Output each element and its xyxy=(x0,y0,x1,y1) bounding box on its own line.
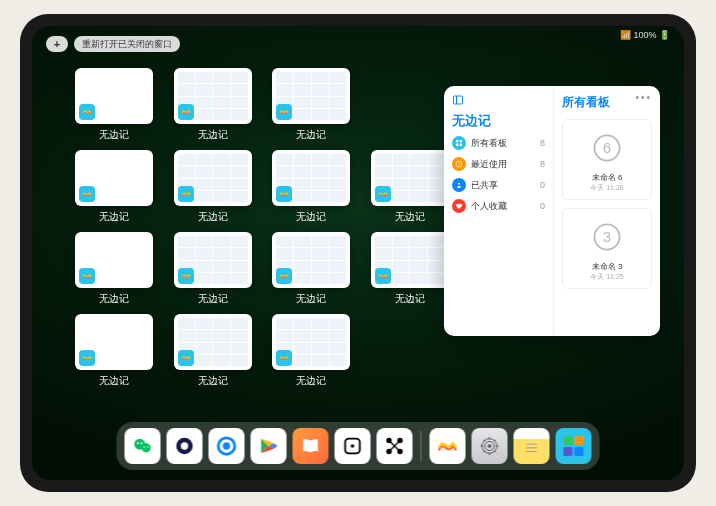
svg-point-17 xyxy=(147,446,148,447)
app-thumbnail xyxy=(174,150,252,206)
svg-text:3: 3 xyxy=(603,229,611,245)
app-switcher-grid: 无边记无边记无边记无边记无边记无边记无边记无边记无边记无边记无边记无边记无边记无… xyxy=(72,68,452,388)
app-card-label: 无边记 xyxy=(198,210,228,224)
app-thumbnail xyxy=(272,314,350,370)
sidebar-item[interactable]: 个人收藏0 xyxy=(452,199,545,213)
ipad-frame: 📶 100% 🔋 + 重新打开已关闭的窗口 无边记无边记无边记无边记无边记无边记… xyxy=(20,14,696,492)
sidebar-item-count: 0 xyxy=(540,180,545,190)
app-card[interactable]: 无边记 xyxy=(72,232,157,306)
app-thumbnail xyxy=(174,232,252,288)
dock-nodes-icon[interactable] xyxy=(377,428,413,464)
app-thumbnail xyxy=(75,314,153,370)
reopen-closed-window-button[interactable]: 重新打开已关闭的窗口 xyxy=(74,36,180,52)
app-card-label: 无边记 xyxy=(99,374,129,388)
freeform-app-icon xyxy=(178,104,194,120)
app-card[interactable]: 无边记 xyxy=(171,68,256,142)
dock-qqbrowser-icon[interactable] xyxy=(209,428,245,464)
freeform-app-icon xyxy=(178,186,194,202)
freeform-app-icon xyxy=(79,104,95,120)
app-thumbnail xyxy=(174,68,252,124)
more-options-button[interactable]: ••• xyxy=(635,92,652,103)
app-card[interactable]: 无边记 xyxy=(72,314,157,388)
sidebar-item-count: 8 xyxy=(540,159,545,169)
svg-line-36 xyxy=(494,451,496,453)
app-card-label: 无边记 xyxy=(198,374,228,388)
dock-freeform-icon[interactable] xyxy=(430,428,466,464)
app-card-label: 无边记 xyxy=(99,210,129,224)
app-thumbnail xyxy=(272,68,350,124)
dock-wechat-icon[interactable] xyxy=(125,428,161,464)
svg-rect-4 xyxy=(456,144,458,146)
new-tab-button[interactable]: + xyxy=(46,36,68,52)
app-card[interactable]: 无边记 xyxy=(368,150,453,224)
freeform-app-icon xyxy=(79,186,95,202)
panel-title: 无边记 xyxy=(452,112,545,130)
svg-line-38 xyxy=(494,440,496,442)
app-card[interactable]: 无边记 xyxy=(269,68,354,142)
sidebar-item-count: 8 xyxy=(540,138,545,148)
svg-line-35 xyxy=(483,440,485,442)
svg-point-14 xyxy=(137,442,139,444)
board-preview: 3 xyxy=(569,215,645,259)
sidebar-item[interactable]: 所有看板8 xyxy=(452,136,545,150)
app-card[interactable]: 无边记 xyxy=(269,150,354,224)
board-preview: 6 xyxy=(569,126,645,170)
dock-settings-icon[interactable] xyxy=(472,428,508,464)
sidebar-item-label: 最近使用 xyxy=(471,158,535,171)
svg-rect-43 xyxy=(574,436,583,445)
dock-quark-icon[interactable] xyxy=(167,428,203,464)
freeform-app-icon xyxy=(79,268,95,284)
app-card-label: 无边记 xyxy=(198,292,228,306)
panel-nav-list: 所有看板8最近使用8已共享0个人收藏0 xyxy=(452,136,545,213)
board-item[interactable]: 3未命名 3今天 11:25 xyxy=(562,208,652,289)
panel-sidebar: 无边记 所有看板8最近使用8已共享0个人收藏0 xyxy=(444,86,554,336)
app-card[interactable]: 无边记 xyxy=(368,232,453,306)
sidebar-toggle-icon[interactable] xyxy=(452,94,464,106)
svg-rect-0 xyxy=(454,96,463,104)
svg-point-23 xyxy=(351,444,355,448)
board-item[interactable]: 6未命名 6今天 11:26 xyxy=(562,119,652,200)
app-card-label: 无边记 xyxy=(296,292,326,306)
app-card-label: 无边记 xyxy=(296,374,326,388)
app-card-label: 无边记 xyxy=(395,210,425,224)
svg-rect-5 xyxy=(460,144,462,146)
app-card-label: 无边记 xyxy=(395,292,425,306)
svg-line-37 xyxy=(483,451,485,453)
app-card-label: 无边记 xyxy=(296,210,326,224)
svg-point-19 xyxy=(181,442,188,449)
app-card[interactable]: 无边记 xyxy=(171,232,256,306)
app-card[interactable]: 无边记 xyxy=(171,314,256,388)
freeform-app-icon xyxy=(375,186,391,202)
svg-rect-3 xyxy=(460,140,462,142)
app-card[interactable]: 无边记 xyxy=(72,68,157,142)
freeform-app-icon xyxy=(79,350,95,366)
app-thumbnail xyxy=(371,150,449,206)
app-thumbnail xyxy=(272,150,350,206)
board-date: 今天 11:25 xyxy=(569,272,645,282)
svg-rect-44 xyxy=(563,447,572,456)
app-thumbnail xyxy=(75,68,153,124)
app-card-label: 无边记 xyxy=(296,128,326,142)
dock-play-icon[interactable] xyxy=(251,428,287,464)
app-card[interactable]: 无边记 xyxy=(171,150,256,224)
dock-dice-icon[interactable] xyxy=(335,428,371,464)
freeform-app-icon xyxy=(375,268,391,284)
svg-point-30 xyxy=(488,444,492,448)
app-card[interactable]: 无边记 xyxy=(72,150,157,224)
app-thumbnail xyxy=(371,232,449,288)
svg-point-13 xyxy=(142,443,151,452)
dock-notes-icon[interactable] xyxy=(514,428,550,464)
dock xyxy=(117,422,600,470)
sidebar-item[interactable]: 最近使用8 xyxy=(452,157,545,171)
freeform-app-icon xyxy=(178,350,194,366)
app-thumbnail xyxy=(75,232,153,288)
app-card[interactable]: 无边记 xyxy=(269,314,354,388)
dock-folder-icon[interactable] xyxy=(556,428,592,464)
freeform-app-icon xyxy=(276,268,292,284)
share-icon xyxy=(452,178,466,192)
app-card[interactable]: 无边记 xyxy=(269,232,354,306)
dock-books-icon[interactable] xyxy=(293,428,329,464)
freeform-panel: 无边记 所有看板8最近使用8已共享0个人收藏0 ••• 所有看板 6未命名 6今… xyxy=(444,86,660,336)
sidebar-item[interactable]: 已共享0 xyxy=(452,178,545,192)
svg-point-7 xyxy=(458,183,460,185)
